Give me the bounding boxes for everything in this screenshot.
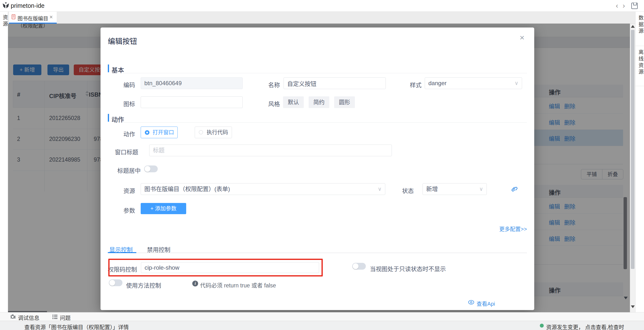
more-config-link[interactable]: 更多配置>> — [476, 224, 527, 232]
readonly-hide-toggle[interactable] — [352, 263, 366, 270]
shape-round-button[interactable]: 圆形 — [334, 96, 355, 108]
nav-forward-icon[interactable]: › — [621, 2, 627, 10]
tabs-divider — [108, 252, 527, 253]
app-logo-icon — [2, 2, 10, 10]
status-green-dot-icon — [540, 324, 544, 328]
section-basic-title: 基本 — [112, 65, 124, 74]
v-scrollbar[interactable] — [630, 24, 635, 312]
window-title-label: 窗口标题 — [108, 148, 138, 156]
tab-active[interactable]: 图书在版编目（权限配置） × — [9, 12, 57, 23]
bottom-panel-bar: 调试信息 问题 — [0, 312, 644, 321]
style-value: danger — [428, 80, 446, 86]
title-center-label: 标题居中 — [108, 166, 141, 174]
radio-unselected-icon — [199, 130, 203, 134]
tab-active-underline — [108, 252, 136, 253]
status-right-text[interactable]: 资源发生变更， 点击查看,检查时间:16:24 — [546, 323, 644, 330]
name-input[interactable] — [284, 78, 386, 89]
state-label: 状态 — [392, 186, 414, 195]
resource-label: 资源 — [108, 186, 135, 195]
method-control-toggle[interactable] — [109, 280, 122, 286]
chevron-down-icon: ∨ — [514, 78, 518, 89]
status-bar: 查看资源「图书在版编目（权限配置）」详情 资源发生变更， 点击查看,检查时间:1… — [0, 321, 644, 330]
form-doc-icon — [12, 14, 15, 19]
section-bar — [108, 114, 109, 122]
params-label: 参数 — [108, 206, 135, 214]
tab-bar: 图书在版编目（权限配置） × — [8, 12, 635, 24]
method-control-label: 使用方法控制 — [126, 281, 161, 289]
link-icon[interactable] — [510, 185, 518, 193]
icon-label: 图标 — [108, 99, 135, 108]
state-value: 新增 — [426, 186, 438, 192]
action-label: 动作 — [108, 130, 135, 138]
resource-value: 图书在版编目（权限配置）(表单) — [144, 186, 230, 192]
right-rail-datasource[interactable]: 数据源 — [637, 15, 644, 35]
scroll-up-icon[interactable] — [631, 25, 635, 28]
shape-simple-button[interactable]: 简约 — [308, 96, 329, 108]
style-label: 样式 — [399, 80, 422, 89]
app-window: + 新增 导出 自定义按钮 # CIP核准号 ISBN 1 2012265028… — [0, 0, 644, 330]
action-code-label: 执行代码 — [207, 127, 228, 138]
nav-back-icon[interactable]: ‹ — [614, 2, 620, 10]
shape-default-button[interactable]: 默认 — [283, 96, 304, 108]
state-select[interactable]: 新增 ∨ — [422, 183, 487, 195]
right-rail-offline[interactable]: 离线资源 — [637, 50, 644, 76]
radio-selected-icon — [145, 130, 150, 135]
save-icon[interactable] — [631, 3, 638, 9]
action-run-code-radio[interactable]: 执行代码 — [195, 126, 232, 138]
status-left-text: 查看资源「图书在版编目（权限配置）」详情 — [24, 323, 129, 330]
dialog-close-icon[interactable]: × — [520, 33, 524, 42]
section-bar — [108, 64, 109, 72]
readonly-hide-label: 当视图处于只读状态时不显示 — [370, 264, 446, 273]
action-open-window-radio[interactable]: 打开窗口 — [141, 126, 178, 138]
app-title: primeton-ide — [11, 2, 44, 9]
tab-disable-control[interactable]: 禁用控制 — [147, 245, 170, 254]
problems-item[interactable]: 问题 — [60, 314, 70, 321]
scroll-down-icon[interactable] — [631, 306, 635, 308]
scrollbar-thumb[interactable] — [631, 30, 634, 269]
info-icon: i — [192, 280, 198, 286]
dialog-title: 编辑按钮 — [108, 35, 137, 46]
code-input[interactable] — [141, 78, 243, 89]
chevron-down-icon: ∨ — [479, 184, 483, 195]
title-bar: primeton-ide ‹ › — [0, 0, 644, 12]
section-action-title: 动作 — [112, 114, 124, 124]
tab-active-underline — [9, 23, 57, 24]
code-label: 编码 — [108, 80, 135, 89]
problems-icon — [52, 314, 58, 320]
name-label: 名称 — [258, 80, 280, 89]
add-param-button[interactable]: + 添加参数 — [141, 203, 186, 214]
debug-info-item[interactable]: 调试信息 — [18, 314, 40, 321]
title-center-toggle[interactable] — [144, 166, 158, 172]
window-title-input[interactable] — [149, 144, 392, 156]
left-rail: 资源 — [0, 12, 8, 312]
style-select[interactable]: danger ∨ — [425, 78, 522, 89]
view-api-link[interactable]: 查看Api — [476, 299, 495, 307]
tab-close-icon[interactable]: × — [50, 14, 53, 20]
right-rail: 数据源 离线资源 — [635, 12, 644, 312]
action-open-label: 打开窗口 — [152, 127, 174, 138]
debug-icon — [10, 314, 16, 320]
left-rail-resources[interactable]: 资源 — [1, 14, 8, 28]
chevron-down-icon: ∨ — [378, 184, 382, 195]
shape-label: 风格 — [258, 99, 280, 108]
method-hint: 代码必须 return true 或者 false — [200, 281, 276, 289]
resource-select[interactable]: 图书在版编目（权限配置）(表单) ∨ — [141, 183, 385, 195]
eye-icon[interactable] — [468, 299, 474, 305]
icon-input[interactable] — [141, 96, 243, 108]
annotation-red-box — [108, 259, 323, 276]
